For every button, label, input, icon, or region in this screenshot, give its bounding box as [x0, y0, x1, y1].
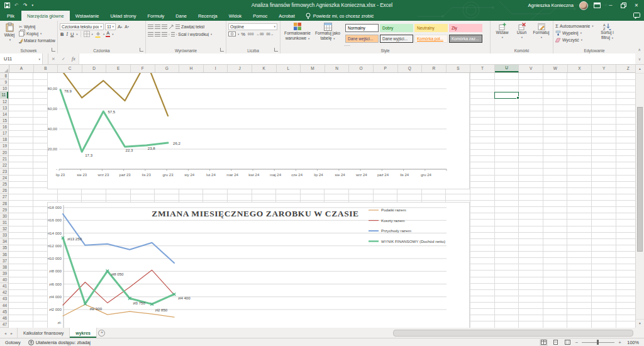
format-cells-button[interactable]: Formatuj▾ [531, 23, 551, 46]
underline-button[interactable]: U [70, 31, 74, 37]
row-header-47[interactable]: 47 [0, 321, 8, 328]
number-dialog-launcher[interactable] [274, 48, 278, 52]
enter-icon[interactable]: ✓ [58, 53, 69, 64]
cell-style-dane-wejści-[interactable]: Dane wejści... [345, 35, 379, 43]
row-header-21[interactable]: 21 [0, 156, 8, 162]
row-header-27[interactable]: 27 [0, 194, 8, 200]
column-header-H[interactable]: H [179, 65, 204, 72]
row-header-16[interactable]: 16 [0, 124, 8, 130]
row-header-29[interactable]: 29 [0, 207, 8, 213]
font-dialog-launcher[interactable] [140, 48, 143, 52]
sheet-tab-wykres[interactable]: wykres [70, 328, 97, 338]
column-header-P[interactable]: P [374, 65, 398, 72]
row-header-25[interactable]: 25 [0, 181, 8, 187]
clipboard-dialog-launcher[interactable] [52, 48, 55, 52]
vertical-scrollbar-thumb[interactable] [637, 107, 643, 252]
column-header-A[interactable]: A [9, 65, 34, 72]
column-header-Q[interactable]: Q [398, 65, 423, 72]
number-format-select[interactable]: Ogólne▾ [228, 23, 277, 30]
column-header-C[interactable]: C [58, 65, 82, 72]
font-family-select[interactable]: Czcionka tekstu poc▾ [60, 23, 104, 30]
align-center-icon[interactable] [155, 32, 160, 36]
comma-style-button[interactable]: 000 [247, 32, 255, 36]
row-header-11[interactable]: 11 [0, 92, 8, 98]
orientation-icon[interactable] [169, 24, 174, 30]
row-header-33[interactable]: 33 [0, 232, 8, 238]
chart-top-line[interactable]: 80,0060,0040,0020,00-lip 23sie 23wrz 23p… [48, 73, 469, 189]
page-break-view-button[interactable] [564, 339, 572, 346]
sort-filter-button[interactable]: AZ Sortuj i filtruj ▾ [598, 23, 616, 46]
alignment-dialog-launcher[interactable] [220, 48, 224, 52]
column-header-V[interactable]: V [519, 65, 543, 72]
comments-icon[interactable] [633, 13, 640, 19]
increase-decimal-button[interactable]: ←00 [256, 32, 265, 36]
restore-button[interactable] [621, 3, 626, 8]
fill-handle[interactable] [516, 96, 520, 100]
row-header-17[interactable]: 17 [0, 130, 8, 137]
scroll-up-icon[interactable]: ▴ [636, 65, 644, 74]
ribbon-display-options-button[interactable] [594, 3, 601, 8]
avatar[interactable] [579, 1, 588, 10]
tab-układ-strony[interactable]: Układ strony [104, 11, 142, 21]
column-header-D[interactable]: D [82, 65, 107, 72]
close-button[interactable]: ✕ [632, 0, 641, 11]
column-header-G[interactable]: G [155, 65, 180, 72]
insert-cells-button[interactable]: Wstaw▾ [492, 23, 512, 46]
row-header-28[interactable]: 28 [0, 201, 8, 207]
tab-recenzja[interactable]: Recenzja [192, 11, 223, 21]
column-header-Y[interactable]: Y [592, 65, 616, 72]
fill-button[interactable]: Wypełnij▾ [555, 30, 598, 36]
conditional-formatting-button[interactable]: Formatowanie warunkowe ▾ [282, 23, 313, 46]
column-header-U[interactable]: U [495, 65, 519, 72]
row-header-13[interactable]: 13 [0, 105, 8, 111]
align-left-icon[interactable] [148, 32, 153, 36]
tab-narzędzia-główne[interactable]: Narzędzia główne [21, 11, 70, 21]
row-header-14[interactable]: 14 [0, 111, 8, 118]
row-header-10[interactable]: 10 [0, 86, 8, 92]
wrap-text-button[interactable]: Zawijaj tekst [175, 25, 204, 29]
row-header-34[interactable]: 34 [0, 238, 8, 245]
column-header-X[interactable]: X [568, 65, 592, 72]
tab-widok[interactable]: Widok [223, 11, 248, 21]
fill-color-icon[interactable] [94, 31, 101, 38]
clear-button[interactable]: Wyczyść▾ [555, 37, 598, 43]
redo-button[interactable]: ↷ [23, 3, 28, 8]
zoom-slider[interactable] [582, 342, 614, 343]
tab-plik[interactable]: Plik [0, 11, 21, 21]
cell-style-dobry[interactable]: Dobry [380, 24, 413, 32]
column-header-R[interactable]: R [422, 65, 447, 72]
select-all-corner[interactable] [0, 65, 9, 73]
sheet-nav-buttons[interactable]: ◂▸ [0, 328, 17, 338]
accessibility-checker[interactable]: Ułatwienia dostępu: zbadaj [28, 340, 91, 345]
column-header-T[interactable]: T [470, 65, 495, 72]
column-header-M[interactable]: M [301, 65, 325, 72]
row-header-40[interactable]: 40 [0, 277, 8, 283]
column-header-E[interactable]: E [106, 65, 131, 72]
row-header-42[interactable]: 42 [0, 289, 8, 296]
row-header-9[interactable]: 9 [0, 79, 8, 86]
cell-style-komórka-poł-[interactable]: Komórka poł... [414, 35, 448, 43]
font-color-button[interactable]: A [106, 31, 110, 37]
merge-center-button[interactable]: Scal i wyśrodkuj▾ [178, 32, 212, 36]
gallery-scroll-buttons[interactable]: ▴▾≡ [344, 45, 350, 46]
row-header-44[interactable]: 44 [0, 303, 8, 309]
cell-style-zły[interactable]: Zły [449, 24, 482, 32]
row-header-12[interactable]: 12 [0, 99, 8, 105]
font-size-select[interactable]: 11▾ [105, 23, 116, 30]
row-header-8[interactable]: 8 [0, 73, 8, 79]
copy-button[interactable]: Kopiuj▾ [19, 31, 55, 36]
tab-formuły[interactable]: Formuły [142, 11, 170, 21]
row-header-24[interactable]: 24 [0, 175, 8, 181]
percent-style-button[interactable]: % [240, 31, 246, 37]
collapse-ribbon-icon[interactable]: ∧ [638, 47, 641, 52]
tell-me-box[interactable]: Powiedz mi, co chcesz zrobić [301, 11, 379, 21]
format-as-table-button[interactable]: Formatuj jako tabelę ▾ [313, 23, 343, 46]
row-header-22[interactable]: 22 [0, 162, 8, 169]
cut-button[interactable]: ✂Wytnij [19, 24, 55, 30]
scroll-down-icon[interactable]: ▾ [636, 319, 644, 328]
column-header-L[interactable]: L [277, 65, 301, 72]
zoom-in-button[interactable]: + [618, 340, 621, 345]
borders-icon[interactable] [84, 31, 90, 37]
row-header-31[interactable]: 31 [0, 220, 8, 226]
column-header-N[interactable]: N [325, 65, 350, 72]
